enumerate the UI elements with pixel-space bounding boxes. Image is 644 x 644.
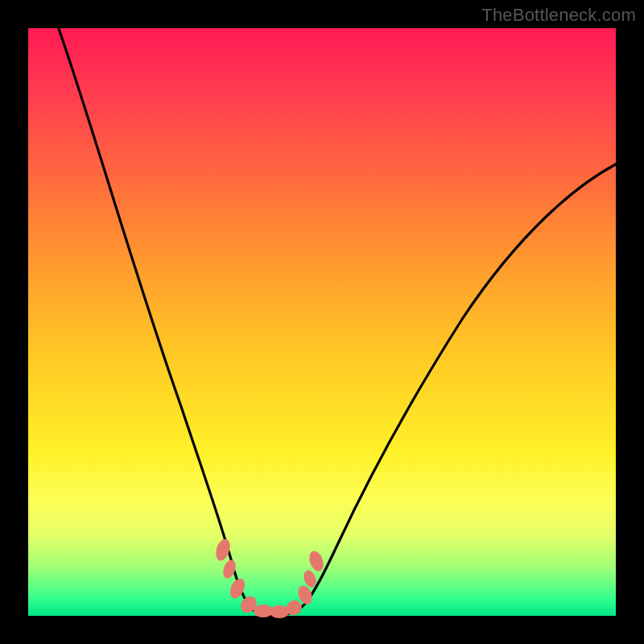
right-curve — [278, 163, 617, 615]
watermark-text: TheBottleneck.com — [481, 5, 636, 26]
marker-cluster — [213, 537, 326, 618]
plot-area — [28, 28, 616, 616]
chart-frame: TheBottleneck.com — [0, 0, 644, 644]
svg-point-5 — [270, 605, 289, 618]
svg-point-9 — [307, 549, 326, 573]
left-curve — [57, 24, 278, 615]
chart-svg — [28, 28, 616, 616]
